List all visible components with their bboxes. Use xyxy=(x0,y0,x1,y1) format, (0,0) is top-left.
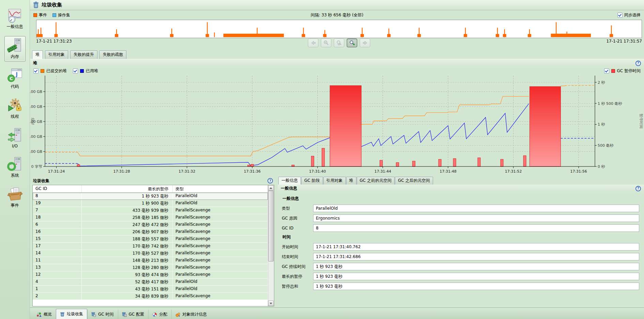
sidebar-item-system[interactable]: 系统 xyxy=(4,155,26,180)
timeline-end-time: 17-1-21 17:31:57 xyxy=(606,39,642,44)
zoom-out-button[interactable] xyxy=(321,38,332,47)
gc-table-scrollbar[interactable] xyxy=(268,185,274,306)
back-button[interactable] xyxy=(308,38,319,47)
gc-list-help-icon[interactable]: ? xyxy=(267,178,273,184)
bottom-tab-gc-times[interactable]: GC 时间 xyxy=(87,309,118,319)
sidebar-item-label: 线程 xyxy=(11,114,19,119)
sidebar-item-memory[interactable]: 内存 xyxy=(4,36,26,62)
gc-table-row[interactable]: 452 毫秒 417 微秒ParallelOld xyxy=(33,278,268,286)
detail-field-value[interactable]: 1 秒 923 毫秒 xyxy=(313,263,639,270)
sidebar-item-io[interactable]: I/O xyxy=(4,126,26,150)
sidebar-item-events[interactable]: 事件 xyxy=(4,185,26,210)
bottom-tab-overview[interactable]: 概览 xyxy=(33,309,56,319)
detail-tab-0[interactable]: 一般信息 xyxy=(278,177,301,185)
threads-icon xyxy=(7,98,23,113)
gc-detail-header: 一般信息 ? xyxy=(278,185,644,192)
sidebar-item-threads[interactable]: 线程 xyxy=(4,96,26,122)
gc-list-title: 垃圾收集 xyxy=(33,178,49,184)
gc-detail-help-icon[interactable]: ? xyxy=(635,186,641,191)
bottom-tab-allocation[interactable]: 分配 xyxy=(148,309,171,319)
operative-set-legend: 操作集 xyxy=(52,12,70,18)
detail-field-value[interactable]: 8 xyxy=(313,224,639,232)
bottom-tab-label: 概览 xyxy=(44,312,52,317)
cell-gc-id: 18 xyxy=(33,214,82,221)
sync-selection: 同步选择 xyxy=(617,12,641,18)
y-right-tick-label: 1 秒 500 毫秒 xyxy=(598,101,622,106)
tab-reference-objects[interactable]: 引用对象 xyxy=(45,50,68,59)
heap-chart[interactable]: 5.00 GB4.00 GB3.00 GB2.00 GB1.00 GB0 字节2… xyxy=(30,75,644,175)
gc-table-row[interactable]: 6247 毫秒 472 微秒ParallelScavenge xyxy=(33,221,268,228)
detail-field-value[interactable]: 1 秒 923 毫秒 xyxy=(313,283,639,290)
bottom-tab-object-statistics[interactable]: 对象统计信息 xyxy=(171,309,211,319)
cell-type: ParallelScavenge xyxy=(173,214,268,221)
detail-field-value[interactable]: 1 秒 923 毫秒 xyxy=(313,273,639,280)
detail-field-value[interactable]: 17-1-21 17:31:40.762 xyxy=(313,243,639,251)
zoom-out-icon xyxy=(323,40,329,46)
tab-failed-evacuations[interactable]: 失败的疏散 xyxy=(99,50,126,59)
cell-longest-pause: 43 毫秒 151 微秒 xyxy=(82,286,173,292)
detail-tab-2[interactable]: 引用对象 xyxy=(323,177,346,185)
gc-pause-legend: GC 暂停时间 xyxy=(604,68,641,74)
zoom-in-button[interactable] xyxy=(347,38,357,47)
gc-table-row[interactable]: 191 秒 900 毫秒ParallelOld xyxy=(33,200,268,207)
cell-type: ParallelScavenge xyxy=(173,243,268,250)
cell-type: ParallelOld xyxy=(173,200,268,207)
detail-tab-5[interactable]: GC 之后的元空间 xyxy=(395,177,433,185)
gc-table-row[interactable]: 81 秒 923 毫秒ParallelOld xyxy=(33,193,268,200)
heap-help-icon[interactable]: ? xyxy=(635,61,641,66)
column-header-longest-pause[interactable]: 最长的暂停 xyxy=(82,185,173,192)
timeline-strip[interactable] xyxy=(36,20,642,38)
detail-tab-4[interactable]: GC 之前的元空间 xyxy=(357,177,395,185)
cell-type: ParallelOld xyxy=(173,286,268,292)
bottom-tab-garbage-collection[interactable]: 垃圾收集 xyxy=(56,309,87,319)
cell-longest-pause: 170 毫秒 742 微秒 xyxy=(82,243,173,250)
cell-type: ParallelScavenge xyxy=(173,236,268,242)
sidebar-item-general-info[interactable]: 一般信息 xyxy=(4,7,26,32)
gc-table-row[interactable]: 14170 毫秒 527 微秒ParallelScavenge xyxy=(33,250,268,257)
cell-longest-pause: 433 毫秒 939 微秒 xyxy=(82,207,173,214)
cell-longest-pause: 93 毫秒 474 微秒 xyxy=(82,271,173,278)
cell-gc-id: 14 xyxy=(33,250,82,257)
detail-tab-3[interactable]: 堆 xyxy=(346,177,356,185)
reset-zoom-icon xyxy=(336,40,342,46)
cell-type: ParallelScavenge xyxy=(173,257,268,264)
scroll-thumb[interactable] xyxy=(268,191,274,261)
x-tick-label: 17:31:40 xyxy=(309,169,326,174)
detail-field-value[interactable]: 17-1-21 17:31:42.686 xyxy=(313,253,639,260)
committed-heap-checkbox[interactable] xyxy=(33,68,39,74)
detail-field-label: 类型 xyxy=(282,206,313,211)
scroll-down-button[interactable] xyxy=(268,301,274,306)
timeline-nav-buttons xyxy=(308,38,370,47)
gc-table-row[interactable]: 7433 毫秒 939 微秒ParallelScavenge xyxy=(33,207,268,214)
sync-selection-checkbox[interactable] xyxy=(617,13,623,18)
used-heap-checkbox[interactable] xyxy=(73,68,78,74)
cell-gc-id: 8 xyxy=(33,193,82,200)
gc-table-row[interactable]: 13128 毫秒 280 微秒ParallelScavenge xyxy=(33,264,268,271)
gc-table-row[interactable]: 143 毫秒 151 微秒ParallelOld xyxy=(33,286,268,293)
gc-table-row[interactable]: 1293 毫秒 474 微秒ParallelScavenge xyxy=(33,271,268,278)
bottom-tab-gc-configuration[interactable]: GC 配置 xyxy=(118,309,149,319)
scroll-up-button[interactable] xyxy=(268,185,274,191)
gc-table-row[interactable]: 234 毫秒 839 微秒ParallelScavenge xyxy=(33,293,268,300)
main-area: 垃圾收集 事件 操作集 间隔: 33 秒 656 毫秒 (全部) 同步选择 17… xyxy=(30,0,644,319)
reset-zoom-button[interactable] xyxy=(334,38,344,47)
gc-table-row[interactable]: 15188 毫秒 557 微秒ParallelScavenge xyxy=(33,236,268,243)
gc-table-row[interactable]: 17170 毫秒 742 微秒ParallelScavenge xyxy=(33,243,268,250)
gc-table-row[interactable]: 11148 毫秒 213 微秒ParallelScavenge xyxy=(33,257,268,264)
column-header-gc-id[interactable]: GC ID xyxy=(33,185,82,192)
used-heap-label: 已用堆 xyxy=(86,68,98,74)
gc-pause-checkbox[interactable] xyxy=(604,68,609,74)
sidebar-item-code[interactable]: J C 代码 xyxy=(4,66,26,92)
forward-button[interactable] xyxy=(360,38,370,47)
tab-failed-promotions[interactable]: 失败的提升 xyxy=(70,50,97,59)
gc-table-row[interactable]: 18258 毫秒 185 微秒ParallelScavenge xyxy=(33,214,268,221)
tab-heap[interactable]: 堆 xyxy=(32,50,43,59)
detail-field-value[interactable]: ParallelOld xyxy=(313,205,639,212)
events-icon xyxy=(7,187,23,202)
column-header-type[interactable]: 类型 xyxy=(173,185,268,192)
detail-tab-1[interactable]: GC 阶段 xyxy=(301,177,323,185)
cell-gc-id: 12 xyxy=(33,271,82,278)
detail-field-value[interactable]: Ergonomics xyxy=(313,214,639,222)
interval-label: 间隔: 33 秒 656 毫秒 (全部) xyxy=(311,12,364,18)
gc-table-row[interactable]: 16206 毫秒 907 微秒ParallelScavenge xyxy=(33,228,268,236)
